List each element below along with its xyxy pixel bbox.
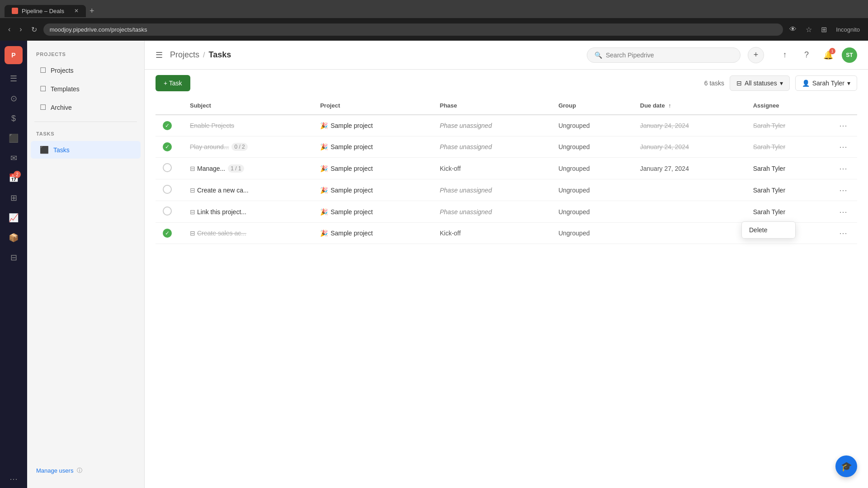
row-menu-button[interactable]: ⋯ [836, 228, 850, 239]
global-add-button[interactable]: + [748, 47, 764, 63]
subject-cell[interactable]: ⊟Create sales ac... [183, 223, 313, 244]
add-task-button[interactable]: + Task [156, 75, 190, 91]
sidebar-icon-menu[interactable]: ☰ [5, 70, 23, 88]
new-tab-button[interactable]: + [86, 5, 98, 18]
project-cell[interactable]: 🎉Sample project [313, 201, 433, 223]
sidebar-icon-projects[interactable]: ⬛ [5, 129, 23, 147]
done-checkbox[interactable] [163, 206, 172, 216]
phase-cell[interactable]: Phase unassigned [433, 115, 551, 136]
sidebar-icon-products[interactable]: 📦 [5, 229, 23, 247]
project-cell[interactable]: 🎉Sample project [313, 136, 433, 158]
group-cell: Ungrouped [551, 136, 633, 158]
reload-button[interactable]: ↻ [28, 23, 40, 36]
subject-cell[interactable]: Enable Projects [183, 115, 313, 136]
forward-button[interactable]: › [17, 23, 24, 35]
sidebar-item-archive-label: Archive [51, 104, 72, 111]
back-button[interactable]: ‹ [5, 23, 13, 35]
subject-text: Create a new ca... [197, 187, 249, 194]
search-bar[interactable]: 🔍 [587, 47, 741, 63]
done-cell: ✓ [156, 115, 183, 136]
col-phase[interactable]: Phase [433, 97, 551, 115]
avatar[interactable]: ST [842, 47, 857, 63]
col-due-date[interactable]: Due date ↑ [633, 97, 746, 115]
group-cell: Ungrouped [551, 158, 633, 179]
row-menu-button[interactable]: ⋯ [836, 141, 850, 152]
toolbar: + Task 6 tasks ⊟ All statuses ▾ 👤 Sarah … [145, 70, 868, 97]
status-filter-button[interactable]: ⊟ All statuses ▾ [730, 75, 790, 91]
col-group[interactable]: Group [551, 97, 633, 115]
tab-close-button[interactable]: ✕ [74, 8, 79, 14]
subject-cell[interactable]: Play around...0 / 2 [183, 136, 313, 158]
app-logo[interactable]: P [5, 46, 23, 64]
subject-cell[interactable]: ⊟Manage...1 / 1 [183, 158, 313, 179]
sidebar-item-tasks[interactable]: ⬛ Tasks [31, 141, 141, 159]
sidebar-icon-reports[interactable]: ⊞ [5, 189, 23, 207]
sidebar-icon-analytics[interactable]: ⊟ [5, 249, 23, 267]
col-assignee[interactable]: Assignee [746, 97, 829, 115]
search-input[interactable] [606, 52, 733, 59]
row-menu-button[interactable]: ⋯ [836, 185, 850, 196]
breadcrumb-parent[interactable]: Projects [170, 50, 199, 60]
phase-cell[interactable]: Phase unassigned [433, 136, 551, 158]
done-checkbox[interactable]: ✓ [163, 121, 172, 130]
subject-cell[interactable]: ⊟Create a new ca... [183, 179, 313, 201]
phase-cell[interactable]: Kick-off [433, 223, 551, 244]
row-menu-cell: ⋯ [829, 115, 857, 136]
assignee-filter-label: Sarah Tyler [812, 80, 844, 87]
manage-users-link[interactable]: Manage users ⓘ [27, 462, 91, 479]
menu-toggle-icon[interactable]: ☰ [156, 50, 163, 60]
col-actions [829, 97, 857, 115]
bookmark-icon[interactable]: ☆ [803, 23, 815, 36]
phase-cell[interactable]: Phase unassigned [433, 179, 551, 201]
project-cell[interactable]: 🎉Sample project [313, 158, 433, 179]
context-menu-delete[interactable]: Delete [742, 222, 795, 238]
project-cell[interactable]: 🎉Sample project [313, 179, 433, 201]
project-cell[interactable]: 🎉Sample project [313, 115, 433, 136]
assignee-filter-button[interactable]: 👤 Sarah Tyler ▾ [795, 75, 857, 91]
sidebar-item-archive[interactable]: ☐ Archive [31, 99, 141, 116]
help-fab-button[interactable]: 🎓 [835, 455, 857, 477]
table-row: ✓Play around...0 / 2🎉Sample projectPhase… [156, 136, 857, 158]
reader-mode-icon[interactable]: 👁 [787, 23, 799, 35]
sidebar-icon-activities[interactable]: 📅 2 [5, 169, 23, 187]
col-subject[interactable]: Subject [183, 97, 313, 115]
project-name: Sample project [330, 187, 373, 194]
browser-tab[interactable]: Pipeline – Deals ✕ [5, 5, 86, 17]
group-cell: Ungrouped [551, 179, 633, 201]
done-checkbox[interactable]: ✓ [163, 142, 172, 151]
row-menu-button[interactable]: ⋯ [836, 206, 850, 217]
address-bar[interactable] [43, 23, 783, 36]
project-emoji: 🎉 [320, 230, 328, 237]
topbar-actions: ↑ ? 🔔 1 ST [777, 47, 857, 63]
sidebar-icon-deals[interactable]: $ [5, 109, 23, 127]
tab-favicon [12, 8, 18, 14]
done-checkbox[interactable]: ✓ [163, 229, 172, 238]
manage-users-info-icon: ⓘ [77, 467, 82, 474]
project-cell[interactable]: 🎉Sample project [313, 223, 433, 244]
tasks-table-container: Subject Project Phase Group Due date ↑ A… [145, 97, 868, 488]
table-row: ✓Enable Projects🎉Sample projectPhase una… [156, 115, 857, 136]
sidebar-item-templates[interactable]: ☐ Templates [31, 80, 141, 98]
done-checkbox[interactable] [163, 163, 172, 172]
phase-cell[interactable]: Phase unassigned [433, 201, 551, 223]
phase-text: Phase unassigned [440, 122, 492, 129]
notification-button[interactable]: 🔔 1 [820, 47, 836, 63]
subject-cell[interactable]: ⊟Link this project... [183, 201, 313, 223]
due-date-text: January 27, 2024 [640, 165, 689, 172]
col-project[interactable]: Project [313, 97, 433, 115]
sidebar-icon-insights[interactable]: 📈 [5, 209, 23, 227]
share-button[interactable]: ↑ [777, 47, 793, 63]
extensions-icon[interactable]: ⊞ [818, 23, 830, 36]
help-button[interactable]: ? [798, 47, 815, 63]
row-menu-button[interactable]: ⋯ [836, 163, 850, 174]
profile-icon[interactable]: Incognito [833, 24, 863, 35]
sidebar-icon-home[interactable]: ⊙ [5, 89, 23, 108]
due-date-cell: January 24, 2024 [633, 115, 746, 136]
sidebar-icon-mail[interactable]: ✉ [5, 149, 23, 167]
row-menu-button[interactable]: ⋯ [836, 120, 850, 131]
sidebar-icon-more[interactable]: ⋯ [5, 470, 23, 488]
phase-cell[interactable]: Kick-off [433, 158, 551, 179]
done-checkbox[interactable] [163, 185, 172, 194]
sidebar-item-projects[interactable]: ☐ Projects [31, 61, 141, 79]
done-cell [156, 179, 183, 201]
